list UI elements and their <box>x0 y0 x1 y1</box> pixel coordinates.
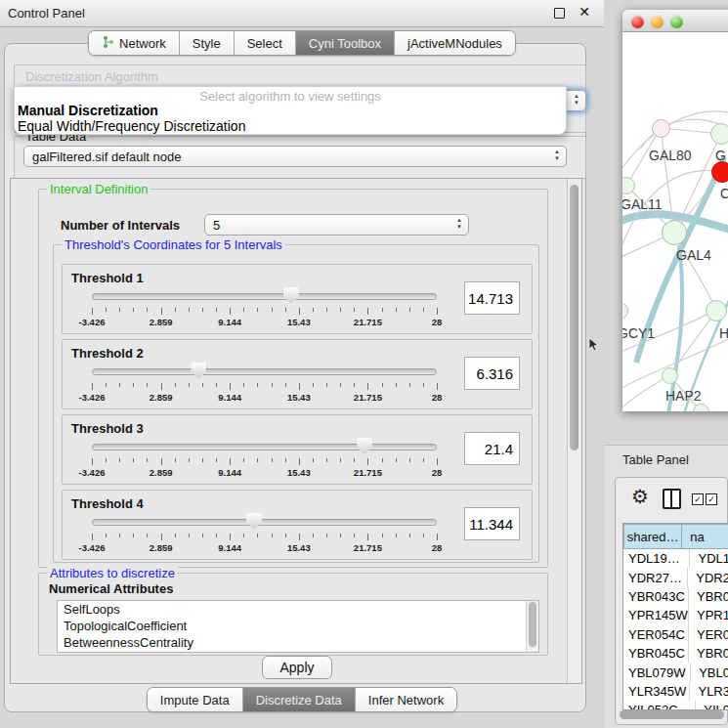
column-header-1[interactable]: shared… <box>623 524 682 549</box>
tick-label: 9.144 <box>218 317 241 327</box>
control-panel: Control Panel ✕ NetworkStyleSelectCyni T… <box>0 0 604 728</box>
split-columns-icon[interactable] <box>663 489 681 509</box>
tab-jactivemnodules[interactable]: jActiveMNodules <box>395 31 515 55</box>
stepper-arrows-icon: ▲▼ <box>574 93 579 107</box>
tab-label: Impute Data <box>160 693 230 707</box>
attribute-item-selfloops[interactable]: SelfLoops <box>58 601 538 618</box>
network-node-g[interactable] <box>710 123 728 145</box>
tab-impute-data[interactable]: Impute Data <box>148 688 243 711</box>
threshold-box-2: Threshold 2-3.4262.8599.14415.4321.71528… <box>62 339 533 409</box>
tab-label: jActiveMNodules <box>407 36 502 51</box>
tab-select[interactable]: Select <box>235 31 296 55</box>
slider-track-area[interactable]: -3.4262.8599.14415.4321.71528 <box>92 491 437 559</box>
network-canvas[interactable]: GAL80GCGAL11GAL4GCY1HHAP2 <box>622 32 728 411</box>
checkbox-icon[interactable]: ✓ <box>706 493 717 505</box>
group-title: Threshold's Coordinates for 5 Intervals <box>62 237 285 252</box>
network-node-gal4[interactable] <box>662 220 687 245</box>
table-row[interactable]: YBR043CYBR0 <box>623 587 728 606</box>
table-row[interactable]: YDR27…YDR2 <box>623 568 728 586</box>
gear-icon[interactable]: ⚙ <box>631 485 649 508</box>
minimize-traffic-light-icon[interactable] <box>651 16 664 28</box>
tick-label: -3.426 <box>79 467 106 478</box>
threshold-box-3: Threshold 3-3.4262.8599.14415.4321.71528… <box>62 414 533 485</box>
cell-shared-name: YDR27… <box>623 568 688 586</box>
close-icon[interactable]: ✕ <box>578 4 590 20</box>
cell-shared-name: YBR045C <box>623 644 689 663</box>
threshold-value-field[interactable]: 6.316 <box>464 357 520 390</box>
table-row[interactable]: YBR045CYBR0 <box>623 644 728 663</box>
table-row[interactable]: YLR345WYLR3 <box>623 682 728 701</box>
cell-shared-name: YER054C <box>623 625 689 644</box>
table-row[interactable]: YER054CYER0 <box>623 625 728 644</box>
tab-label: Network <box>119 36 166 51</box>
float-window-icon[interactable] <box>554 8 565 19</box>
network-node-gal80[interactable] <box>652 119 670 138</box>
tab-cyni-toolbox[interactable]: Cyni Toolbox <box>296 31 395 55</box>
slider-track-area[interactable]: -3.4262.8599.14415.4321.71528 <box>92 340 437 408</box>
apply-button[interactable]: Apply <box>262 656 332 679</box>
node-label: HAP2 <box>665 388 702 404</box>
tab-network[interactable]: Network <box>89 31 180 55</box>
network-view-window: GAL80GCGAL11GAL4GCY1HHAP2 <box>622 10 728 411</box>
cell-shared-name: YBR043C <box>623 587 689 606</box>
column-header-2[interactable]: na <box>682 524 728 549</box>
table-row[interactable]: YIL052CYIL0 <box>623 701 728 710</box>
cell-name: YER0 <box>689 627 728 642</box>
attributes-list-scrollbar[interactable] <box>526 601 538 652</box>
node-label: GAL80 <box>649 148 692 163</box>
dropdown-option-equal-width-frequency-discretization[interactable]: Equal Width/Frequency Discretization <box>18 118 245 134</box>
close-traffic-light-icon[interactable] <box>631 16 644 28</box>
network-node-c[interactable] <box>711 161 728 183</box>
bottom-tab-bar: Impute DataDiscretize DataInfer Network <box>0 687 604 712</box>
network-node-hap2[interactable] <box>662 367 678 384</box>
num-intervals-value: 5 <box>213 218 220 233</box>
table-row[interactable]: YDL19…YDL1 <box>623 549 728 568</box>
thresholds-group: Threshold's Coordinates for 5 Intervals … <box>53 244 539 563</box>
group-title: Discretization Algorithm <box>22 69 161 84</box>
tick-label: 28 <box>432 392 443 403</box>
settings-vertical-scrollbar[interactable] <box>567 179 581 683</box>
tick-label: 15.43 <box>287 467 311 478</box>
network-graph-icon <box>102 35 114 52</box>
table-row[interactable]: YPR145WYPR1 <box>623 606 728 624</box>
tick-label: 15.43 <box>287 317 311 327</box>
cell-name: YDL1 <box>690 551 728 566</box>
tab-infer-network[interactable]: Infer Network <box>356 688 456 711</box>
threshold-value-field[interactable]: 21.4 <box>464 432 520 465</box>
tab-style[interactable]: Style <box>180 31 235 55</box>
tick-label: 9.144 <box>218 392 241 403</box>
cell-name: YBR0 <box>689 646 728 661</box>
slider-track-area[interactable]: -3.4262.8599.14415.4321.71528 <box>92 265 437 333</box>
apply-button-label: Apply <box>279 660 314 675</box>
attribute-item-betweennesscentrality[interactable]: BetweennessCentrality <box>58 634 538 651</box>
slider-handle[interactable] <box>191 363 206 379</box>
table-data-combobox[interactable]: galFiltered.sif default node ▲▼ <box>23 146 567 167</box>
threshold-value-field[interactable]: 14.713 <box>464 281 520 315</box>
tick-label: -3.426 <box>79 317 106 327</box>
table-horizontal-scrollbar[interactable] <box>620 710 724 719</box>
checkbox-icon[interactable]: ✓ <box>692 493 704 505</box>
node-attribute-table[interactable]: shared…na YDL19…YDL1YDR27…YDR2YBR043CYBR… <box>622 523 728 710</box>
tab-discretize-data[interactable]: Discretize Data <box>243 688 356 711</box>
attribute-item-topologicalcoefficient[interactable]: TopologicalCoefficient <box>58 618 538 634</box>
zoom-traffic-light-icon[interactable] <box>670 16 683 28</box>
table-panel: Table Panel ⚙ ✓ ✓ shared…na YDL19…YDL1YD… <box>604 445 728 728</box>
scrollbar-thumb[interactable] <box>570 185 578 450</box>
tab-label: Select <box>247 36 282 51</box>
tab-strip: Impute DataDiscretize DataInfer Network <box>147 687 457 712</box>
table-row[interactable]: YBL079WYBL0 <box>623 663 728 681</box>
slider-handle[interactable] <box>246 513 262 530</box>
group-title: Interval Definition <box>47 182 150 196</box>
slider-handle[interactable] <box>357 438 372 454</box>
num-intervals-combobox[interactable]: 5 ▲▼ <box>204 214 469 236</box>
slider-handle[interactable] <box>283 287 299 304</box>
dropdown-option-manual-discretization[interactable]: Manual Discretization <box>18 103 158 118</box>
attributes-list[interactable]: SelfLoopsTopologicalCoefficientBetweenne… <box>57 600 539 653</box>
tick-label: 2.859 <box>150 542 173 553</box>
screenshot-root: Control Panel ✕ NetworkStyleSelectCyni T… <box>0 0 728 728</box>
slider-track-area[interactable]: -3.4262.8599.14415.4321.71528 <box>92 415 437 484</box>
tab-label: Cyni Toolbox <box>309 36 381 51</box>
table-header-row: shared…na <box>623 524 728 549</box>
network-node-h[interactable] <box>706 300 727 321</box>
threshold-value-field[interactable]: 11.344 <box>464 507 520 540</box>
